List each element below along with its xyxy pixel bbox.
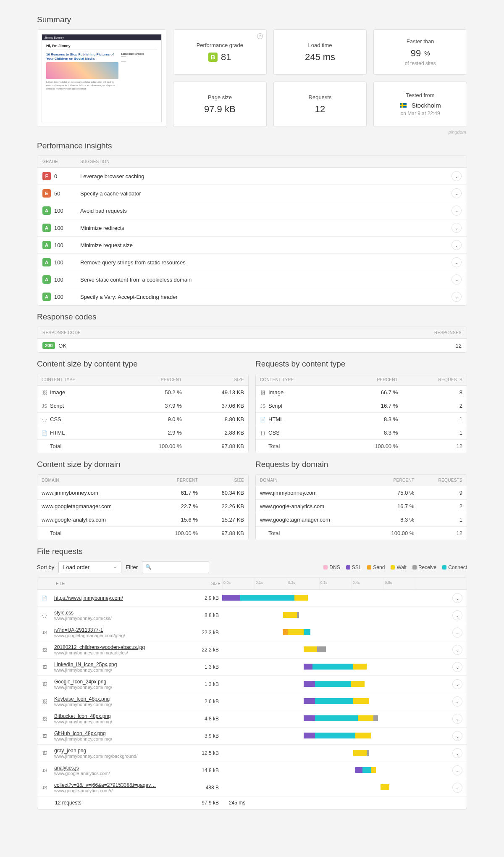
file-timeline bbox=[222, 710, 448, 727]
file-link[interactable]: Keybase_Icon_48px.png bbox=[54, 696, 185, 702]
bar-conn bbox=[240, 595, 294, 601]
file-link[interactable]: Google_Icon_24px.png bbox=[54, 679, 185, 685]
chevron-down-icon: ⌄ bbox=[455, 174, 458, 179]
bar-ssl bbox=[355, 767, 362, 773]
chevron-down-icon: ⌄ bbox=[456, 682, 459, 687]
thumb-sitename: Jimmy Bonney bbox=[45, 36, 64, 39]
insight-score: 100 bbox=[54, 277, 63, 283]
help-icon[interactable]: ? bbox=[257, 33, 263, 39]
file-link[interactable]: GitHub_Icon_48px.png bbox=[54, 730, 185, 736]
bar-recv bbox=[297, 612, 299, 618]
site-thumbnail: Jimmy Bonney Hi, I'm Jimmy 10 Reasons to… bbox=[37, 29, 166, 127]
expand-button[interactable]: ⌄ bbox=[452, 748, 462, 758]
expand-button[interactable]: ⌄ bbox=[452, 274, 462, 285]
expand-button[interactable]: ⌄ bbox=[452, 783, 462, 793]
js-icon: JS bbox=[42, 785, 47, 790]
file-path: www.jimmybonney.com/img/background/ bbox=[54, 754, 185, 759]
file-path: www.jimmybonney.com/img/articles/ bbox=[54, 650, 185, 655]
file-size: 2.9 kB bbox=[189, 595, 222, 601]
timeline-legend: DNS SSL Send Wait Receive Connect bbox=[323, 564, 467, 570]
file-link[interactable]: LinkedIn_IN_Icon_25px.png bbox=[54, 662, 185, 667]
expand-button[interactable]: ⌄ bbox=[452, 765, 462, 775]
expand-button[interactable]: ⌄ bbox=[452, 679, 462, 689]
file-link[interactable]: collect?v=1&_v=j66&a=27915338&t=pagev… bbox=[54, 782, 185, 788]
bar-conn bbox=[315, 698, 353, 704]
table-row: 🖼Image50.2 %49.13 KB bbox=[37, 386, 248, 399]
bar-send bbox=[283, 629, 288, 635]
expand-button[interactable]: ⌄ bbox=[452, 206, 462, 216]
chevron-down-icon: ⌄ bbox=[456, 596, 459, 601]
bar-wait bbox=[355, 733, 371, 738]
card-page-size: Page size 97.9 kB bbox=[173, 82, 267, 127]
insight-score: 100 bbox=[54, 225, 63, 231]
img-icon: 🖼 bbox=[42, 390, 47, 395]
table-row: { }CSS9.0 %8.80 KB bbox=[37, 413, 248, 426]
expand-button[interactable]: ⌄ bbox=[452, 171, 462, 181]
expand-button[interactable]: ⌄ bbox=[452, 593, 462, 603]
chevron-down-icon: ⌄ bbox=[456, 665, 459, 670]
bar-ssl bbox=[304, 664, 313, 670]
file-row: { }style.csswww.jimmybonney.com/css/8.8 … bbox=[37, 607, 467, 624]
insight-row[interactable]: A100Avoid bad requests⌄ bbox=[37, 202, 467, 219]
card-performance-grade: ? Performance grade B81 bbox=[173, 29, 267, 75]
file-link[interactable]: Bitbucket_Icon_48px.png bbox=[54, 713, 185, 719]
insight-row[interactable]: A100Serve static content from a cookiele… bbox=[37, 271, 467, 288]
html-icon: 📄 bbox=[260, 417, 266, 422]
expand-button[interactable]: ⌄ bbox=[452, 223, 462, 233]
file-size: 8.8 kB bbox=[189, 612, 222, 618]
js-icon: JS bbox=[42, 768, 47, 773]
file-link[interactable]: analytics.js bbox=[54, 765, 185, 771]
expand-button[interactable]: ⌄ bbox=[452, 240, 462, 250]
sort-label: Sort by bbox=[37, 564, 54, 570]
file-path: www.google-analytics.com/r/ bbox=[54, 788, 185, 793]
file-link[interactable]: https://www.jimmybonney.com/ bbox=[54, 595, 185, 601]
chevron-down-icon: ⌄ bbox=[455, 243, 458, 248]
expand-button[interactable]: ⌄ bbox=[452, 188, 462, 198]
table-csize-domain: DOMAINPERCENTSIZE www.jimmybonney.com61.… bbox=[37, 475, 248, 540]
expand-button[interactable]: ⌄ bbox=[452, 610, 462, 620]
expand-button[interactable]: ⌄ bbox=[452, 292, 462, 302]
insight-row[interactable]: A100Minimize request size⌄ bbox=[37, 237, 467, 254]
table-row: 🖼Image66.7 %8 bbox=[256, 386, 467, 399]
insight-row[interactable]: E50Specify a cache validator⌄ bbox=[37, 185, 467, 202]
file-size: 22.3 kB bbox=[189, 630, 222, 635]
expand-button[interactable]: ⌄ bbox=[452, 257, 462, 267]
file-link[interactable]: 20180212_childrens-wooden-abacus.jpg bbox=[54, 644, 185, 650]
timeline-tick: 0.1s bbox=[255, 578, 287, 589]
file-link[interactable]: gray_jean.png bbox=[54, 748, 185, 754]
file-path: www.google-analytics.com/ bbox=[54, 771, 185, 776]
expand-button[interactable]: ⌄ bbox=[452, 628, 462, 638]
expand-button[interactable]: ⌄ bbox=[452, 696, 462, 707]
expand-button[interactable]: ⌄ bbox=[452, 731, 462, 741]
insight-text: Avoid bad requests bbox=[80, 208, 452, 214]
img-icon: 🖼 bbox=[42, 699, 47, 704]
table-req-type: CONTENT TYPEPERCENTREQUESTS 🖼Image66.7 %… bbox=[256, 374, 467, 453]
expand-button[interactable]: ⌄ bbox=[452, 645, 462, 655]
bar-conn bbox=[362, 767, 372, 773]
file-link[interactable]: js?id=UA-29113377-1 bbox=[54, 627, 185, 633]
file-timeline bbox=[222, 659, 448, 675]
grade-badge: A bbox=[42, 258, 51, 266]
file-timeline bbox=[222, 590, 448, 606]
bar-wait bbox=[371, 767, 376, 773]
insight-row[interactable]: A100Specify a Vary: Accept-Encoding head… bbox=[37, 288, 467, 305]
insight-row[interactable]: A100Minimize redirects⌄ bbox=[37, 219, 467, 237]
insight-score: 100 bbox=[54, 259, 63, 266]
css-icon: { } bbox=[42, 613, 47, 618]
insight-row[interactable]: A100Remove query strings from static res… bbox=[37, 254, 467, 271]
chevron-down-icon: ⌄ bbox=[456, 751, 459, 756]
file-link[interactable]: style.css bbox=[54, 610, 185, 616]
expand-button[interactable]: ⌄ bbox=[452, 662, 462, 672]
heading-csize-domain: Content size by domain bbox=[37, 460, 249, 469]
file-timeline bbox=[222, 762, 448, 779]
file-size: 4.8 kB bbox=[189, 716, 222, 722]
filter-input[interactable] bbox=[142, 561, 209, 573]
bar-wait bbox=[358, 715, 374, 721]
search-icon: 🔍 bbox=[145, 564, 152, 570]
insight-row[interactable]: F0Leverage browser caching⌄ bbox=[37, 168, 467, 185]
html-icon: 📄 bbox=[42, 430, 47, 436]
sort-select[interactable]: Load order bbox=[58, 561, 121, 573]
expand-button[interactable]: ⌄ bbox=[452, 714, 462, 724]
chevron-down-icon: ⌄ bbox=[456, 768, 459, 773]
bar-conn bbox=[315, 733, 356, 738]
